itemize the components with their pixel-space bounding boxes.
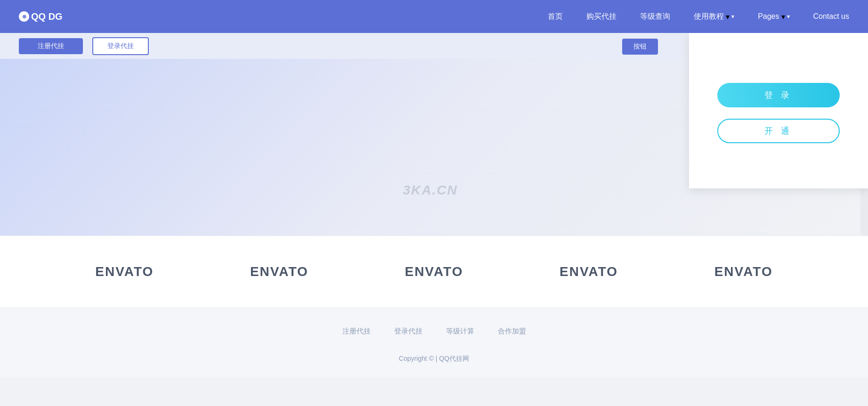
nav-link-tutorial[interactable]: 使用教程 (694, 12, 724, 22)
nav-link-home[interactable]: 首页 (548, 12, 563, 20)
partners-section: ENVATO ENVATO ENVATO ENVATO ENVATO (0, 235, 868, 308)
logo-text: QQ DG (31, 11, 63, 22)
site-logo[interactable]: ⊛ QQ DG (19, 11, 63, 22)
footer-link-login[interactable]: 登录代挂 (394, 327, 422, 335)
nav-item-level[interactable]: 等级查询 (640, 12, 670, 22)
nav-item-home[interactable]: 首页 (548, 12, 563, 22)
nav-link-buy[interactable]: 购买代挂 (586, 12, 617, 20)
logo-icon: ⊛ (19, 11, 29, 22)
login-button-top[interactable]: 登录代挂 (92, 37, 149, 55)
dropdown-panel: 登 录 开 通 (689, 33, 868, 188)
navbar: ⊛ QQ DG 首页 购买代挂 等级查询 使用教程 ▾ Pages ▾ Cont… (0, 0, 868, 33)
partner-item-3: ENVATO (405, 264, 463, 279)
nav-link-contact[interactable]: Contact us (813, 12, 849, 20)
extra-button-top-right[interactable]: 按钮 (622, 39, 658, 55)
partner-item-4: ENVATO (560, 264, 618, 279)
partner-item-2: ENVATO (250, 264, 308, 279)
footer-nav-item-1[interactable]: 注册代挂 (342, 327, 371, 336)
register-button-top[interactable]: 注册代挂 (19, 38, 83, 54)
partner-item-1: ENVATO (95, 264, 154, 279)
watermark-text: 3KA.CN (403, 183, 457, 198)
partner-item-5: ENVATO (714, 264, 773, 279)
footer-link-partner[interactable]: 合作加盟 (498, 327, 526, 335)
footer-nav: 注册代挂 登录代挂 等级计算 合作加盟 (0, 327, 868, 336)
nav-item-contact[interactable]: Contact us (813, 12, 849, 21)
nav-item-buy[interactable]: 购买代挂 (586, 12, 617, 22)
footer: 注册代挂 登录代挂 等级计算 合作加盟 Copyright © | QQ代挂网 (0, 308, 868, 377)
nav-link-pages[interactable]: Pages (758, 12, 779, 21)
chevron-down-icon-pages: ▾ (781, 12, 785, 21)
open-button[interactable]: 开 通 (717, 119, 840, 143)
main-area: 注册代挂 登录代挂 按钮 3KA.CN 登 录 开 通 (0, 33, 868, 235)
footer-nav-item-4[interactable]: 合作加盟 (498, 327, 526, 336)
footer-nav-item-2[interactable]: 登录代挂 (394, 327, 422, 336)
nav-link-level[interactable]: 等级查询 (640, 12, 670, 20)
footer-link-level[interactable]: 等级计算 (446, 327, 474, 335)
footer-link-register[interactable]: 注册代挂 (342, 327, 371, 335)
login-button[interactable]: 登 录 (717, 83, 840, 107)
nav-item-pages[interactable]: Pages ▾ (758, 12, 789, 21)
footer-copyright: Copyright © | QQ代挂网 (0, 355, 868, 363)
navbar-nav: 首页 购买代挂 等级查询 使用教程 ▾ Pages ▾ Contact us (548, 12, 849, 22)
top-bar: 注册代挂 登录代挂 (0, 33, 681, 59)
nav-item-tutorial[interactable]: 使用教程 ▾ (694, 12, 734, 22)
chevron-down-icon: ▾ (726, 12, 730, 21)
footer-nav-item-3[interactable]: 等级计算 (446, 327, 474, 336)
